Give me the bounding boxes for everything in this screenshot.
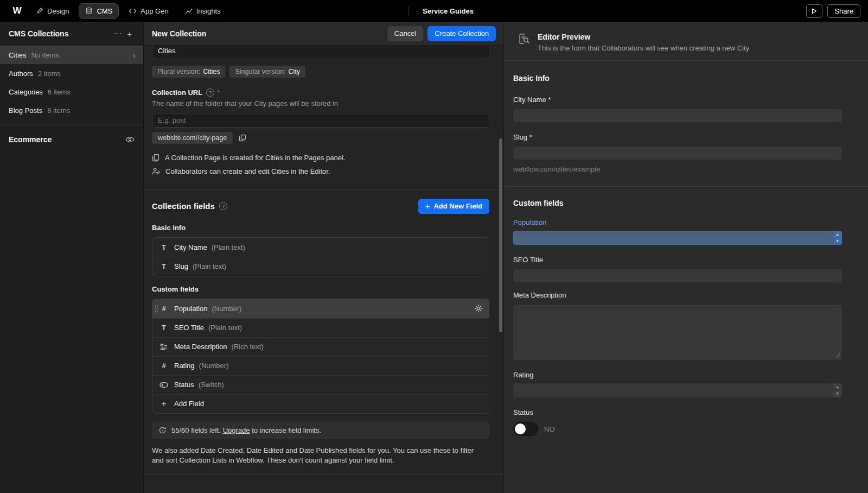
stepper-up-icon[interactable]: ▲ [833, 384, 841, 390]
auto-fields-note: We also added Date Created, Date Edited … [152, 446, 489, 466]
basic-info-group-label: Basic info [152, 224, 489, 232]
field-row-meta-description[interactable]: Meta Description (Rich text) [152, 337, 489, 356]
design-icon [36, 7, 43, 15]
eye-icon[interactable] [125, 136, 135, 143]
collection-name: Categories [9, 88, 43, 96]
field-row-seo-title[interactable]: T SEO Title (Plain text) [152, 318, 489, 337]
panel-title: New Collection [152, 29, 387, 38]
slug-label: Slug * [513, 133, 842, 141]
more-options-icon[interactable]: ⋯ [111, 28, 124, 40]
collection-name-input[interactable] [152, 46, 489, 59]
field-name: Rating [174, 362, 195, 370]
add-field-row[interactable]: + Add Field [152, 394, 489, 413]
copy-icon[interactable] [239, 134, 246, 142]
fields-help-icon[interactable]: ? [219, 202, 227, 210]
meta-description-label: Meta Description [513, 291, 842, 299]
gear-icon[interactable] [474, 304, 483, 313]
cancel-button[interactable]: Cancel [387, 26, 423, 41]
editor-preview-subtitle: This is the form that Collaborators will… [538, 44, 749, 52]
add-collection-icon[interactable]: + [124, 28, 135, 40]
bottom-divider [144, 474, 503, 475]
field-limit-text: 55/60 fields left. Upgrade to increase f… [171, 426, 321, 434]
topbar-divider [408, 7, 409, 15]
field-row-city-name[interactable]: T City Name (Plain text) [152, 238, 489, 257]
add-new-field-button[interactable]: + Add New Field [418, 199, 489, 214]
field-type: (Plain text) [212, 243, 245, 251]
nav-cms[interactable]: CMS [79, 3, 119, 19]
switch-icon [159, 382, 169, 388]
collaborators-icon [152, 167, 160, 175]
city-name-label: City Name * [513, 96, 842, 104]
plain-text-icon: T [159, 243, 169, 251]
sidebar-item-ecommerce[interactable]: Ecommerce [0, 130, 143, 149]
field-name: City Name [174, 243, 207, 251]
seo-title-field[interactable] [513, 269, 842, 282]
site-name[interactable]: Service Guides [423, 7, 474, 15]
collection-count: 8 items [47, 106, 70, 115]
create-collection-button[interactable]: Create Collection [427, 26, 496, 41]
collection-url-input[interactable] [152, 113, 489, 128]
rich-text-icon [159, 343, 169, 350]
preview-play-button[interactable] [806, 4, 822, 18]
drag-handle-icon[interactable] [155, 305, 158, 312]
nav-insights-label: Insights [196, 7, 221, 15]
sidebar-item-categories[interactable]: Categories 6 items [0, 83, 143, 101]
resize-handle-icon[interactable] [835, 353, 840, 358]
plus-icon: + [159, 399, 169, 409]
sidebar-item-blog-posts[interactable]: Blog Posts 8 items [0, 101, 143, 119]
help-icon[interactable]: ? [206, 89, 214, 97]
population-field[interactable] [513, 231, 842, 245]
rating-field[interactable] [513, 383, 842, 397]
cms-collections-sidebar: CMS Collections ⋯ + Cities No items › Au… [0, 22, 144, 493]
field-row-status[interactable]: Status (Switch) [152, 375, 489, 394]
plus-icon: + [425, 201, 430, 211]
collection-count: 6 items [48, 88, 71, 96]
section-divider [144, 189, 503, 190]
upgrade-link[interactable]: Upgrade [223, 426, 250, 434]
toggle-knob [515, 424, 526, 434]
nav-insights[interactable]: Insights [178, 3, 227, 19]
custom-fields-group-label: Custom fields [152, 285, 489, 293]
preview-section-divider [504, 186, 868, 187]
field-name: Add Field [174, 400, 204, 408]
field-row-slug[interactable]: T Slug (Plain text) [152, 257, 489, 276]
field-name: Population [174, 305, 207, 313]
custom-fields-list: # Population (Number) T SEO Title (Plain… [152, 299, 489, 414]
population-stepper: ▲ ▼ [833, 231, 841, 244]
stepper-down-icon[interactable]: ▼ [833, 390, 841, 397]
ecommerce-label: Ecommerce [9, 135, 125, 144]
field-type: (Rich text) [232, 343, 264, 351]
chevron-right-icon: › [133, 50, 136, 60]
topbar-right: Share [806, 0, 860, 22]
webflow-logo[interactable]: W [8, 5, 26, 16]
pages-icon [152, 154, 159, 162]
share-button[interactable]: Share [827, 4, 860, 18]
vertical-scrollbar[interactable] [499, 138, 502, 332]
singular-version-label: Singular version: [235, 68, 285, 75]
preview-magnifier-icon [517, 32, 531, 52]
limit-text-pre: 55/60 fields left. [171, 426, 223, 434]
field-name: Slug [174, 262, 188, 270]
nav-app-gen[interactable]: App Gen [122, 3, 175, 19]
sidebar-item-cities[interactable]: Cities No items › [0, 46, 143, 64]
field-row-rating[interactable]: # Rating (Number) [152, 356, 489, 375]
meta-description-field[interactable] [513, 305, 842, 360]
slug-field[interactable] [513, 147, 842, 160]
stepper-down-icon[interactable]: ▼ [833, 238, 841, 245]
new-collection-form: Plural version: Cities Singular version:… [144, 46, 503, 493]
editor-preview-panel: Editor Preview This is the form that Col… [503, 22, 868, 493]
chart-icon [185, 8, 193, 15]
field-limit-icon [158, 426, 167, 434]
status-toggle[interactable] [513, 422, 538, 436]
city-name-field[interactable] [513, 109, 842, 122]
field-row-population[interactable]: # Population (Number) [152, 299, 489, 318]
collection-count: 2 items [38, 69, 61, 78]
nav-design[interactable]: Design [29, 3, 75, 19]
field-type: (Number) [212, 305, 241, 313]
editor-preview-heading: Editor Preview This is the form that Col… [538, 32, 749, 52]
number-icon: # [159, 362, 169, 370]
sidebar-item-authors[interactable]: Authors 2 items [0, 64, 143, 83]
basic-fields-list: T City Name (Plain text) T Slug (Plain t… [152, 237, 489, 276]
collection-count: No items [31, 51, 59, 59]
stepper-up-icon[interactable]: ▲ [833, 231, 841, 238]
